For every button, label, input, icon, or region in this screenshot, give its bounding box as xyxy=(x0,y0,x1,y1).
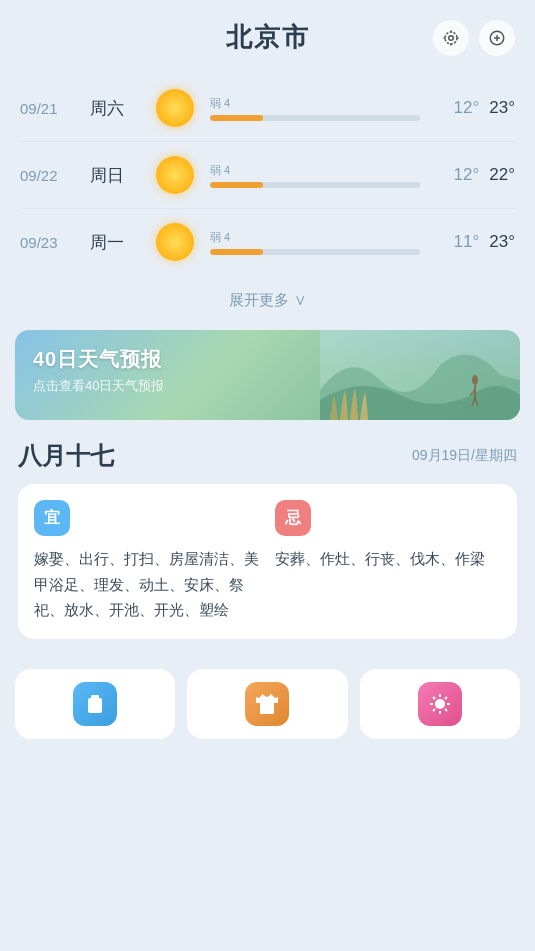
wind-label: 弱 4 xyxy=(210,230,420,245)
solar-date: 09月19日/星期四 xyxy=(412,447,517,465)
wind-label: 弱 4 xyxy=(210,163,420,178)
weather-wind: 弱 4 xyxy=(200,230,430,255)
svg-point-1 xyxy=(445,32,457,44)
yi-badge: 宜 xyxy=(34,500,70,536)
ji-column: 忌 安葬、作灶、行丧、伐木、作梁 xyxy=(275,500,501,623)
yiji-card: 宜 嫁娶、出行、打扫、房屋清洁、美甲浴足、理发、动土、安床、祭祀、放水、开池、开… xyxy=(18,484,517,639)
ji-content: 安葬、作灶、行丧、伐木、作梁 xyxy=(275,546,501,572)
banner-subtitle: 点击查看40日天气预报 xyxy=(33,377,164,395)
wind-bar-fill xyxy=(210,182,263,188)
city-title: 北京市 xyxy=(226,20,310,55)
add-icon-button[interactable] xyxy=(479,20,515,56)
svg-line-26 xyxy=(445,697,447,699)
weather-day: 周六 xyxy=(90,97,150,120)
temp-low: 12° xyxy=(454,165,480,185)
banner-text: 40日天气预报 点击查看40日天气预报 xyxy=(33,346,164,395)
forecast-banner[interactable]: 40日天气预报 点击查看40日天气预报 xyxy=(15,330,520,420)
header: 北京市 xyxy=(0,0,535,65)
uv-icon xyxy=(418,682,462,726)
sun-icon xyxy=(156,156,194,194)
wind-label: 弱 4 xyxy=(210,96,420,111)
ji-badge: 忌 xyxy=(275,500,311,536)
wind-bar-fill xyxy=(210,249,263,255)
temp-low: 12° xyxy=(454,98,480,118)
sun-icon xyxy=(156,223,194,261)
expand-more-label: 展开更多 ∨ xyxy=(229,291,305,308)
temp-low: 11° xyxy=(454,232,480,252)
weather-row: 09/22 周日 弱 4 12° 22° xyxy=(20,142,515,209)
weather-temps: 12° 23° xyxy=(430,98,515,118)
calendar-header: 八月十七 09月19日/星期四 xyxy=(18,440,517,472)
wind-bar-bg xyxy=(210,249,420,255)
sun-icon xyxy=(156,89,194,127)
weather-date: 09/22 xyxy=(20,167,90,184)
bottom-icons-section xyxy=(0,669,535,759)
banner-title: 40日天气预报 xyxy=(33,346,164,373)
bottom-icon-card-uv[interactable] xyxy=(360,669,520,739)
expand-more-button[interactable]: 展开更多 ∨ xyxy=(0,275,535,330)
svg-line-25 xyxy=(445,709,447,711)
wind-bar-bg xyxy=(210,182,420,188)
yi-column: 宜 嫁娶、出行、打扫、房屋清洁、美甲浴足、理发、动土、安床、祭祀、放水、开池、开… xyxy=(34,500,260,623)
calendar-section: 八月十七 09月19日/星期四 宜 嫁娶、出行、打扫、房屋清洁、美甲浴足、理发、… xyxy=(0,440,535,669)
svg-point-19 xyxy=(435,699,445,709)
weather-date: 09/21 xyxy=(20,100,90,117)
wind-bar-bg xyxy=(210,115,420,121)
bottom-icon-card-medicine[interactable] xyxy=(15,669,175,739)
banner-illustration xyxy=(320,330,520,420)
weather-wind: 弱 4 xyxy=(200,96,430,121)
weather-icon xyxy=(150,156,200,194)
weather-date: 09/23 xyxy=(20,234,90,251)
temp-high: 22° xyxy=(489,165,515,185)
medicine-icon xyxy=(73,682,117,726)
wind-bar-fill xyxy=(210,115,263,121)
weather-day: 周一 xyxy=(90,231,150,254)
clothing-icon xyxy=(245,682,289,726)
weather-row: 09/21 周六 弱 4 12° 23° xyxy=(20,75,515,142)
bottom-icon-card-clothing[interactable] xyxy=(187,669,347,739)
svg-point-0 xyxy=(449,35,454,40)
weather-section: 09/21 周六 弱 4 12° 23° 09/22 周日 弱 4 xyxy=(0,65,535,275)
svg-line-27 xyxy=(433,709,435,711)
weather-icon xyxy=(150,223,200,261)
yi-content: 嫁娶、出行、打扫、房屋清洁、美甲浴足、理发、动土、安床、祭祀、放水、开池、开光、… xyxy=(34,546,260,623)
lunar-date: 八月十七 xyxy=(18,440,114,472)
weather-wind: 弱 4 xyxy=(200,163,430,188)
location-icon-button[interactable] xyxy=(433,20,469,56)
weather-temps: 11° 23° xyxy=(430,232,515,252)
weather-row: 09/23 周一 弱 4 11° 23° xyxy=(20,209,515,275)
header-actions xyxy=(433,20,515,56)
weather-icon xyxy=(150,89,200,127)
weather-day: 周日 xyxy=(90,164,150,187)
svg-line-24 xyxy=(433,697,435,699)
weather-temps: 12° 22° xyxy=(430,165,515,185)
temp-high: 23° xyxy=(489,232,515,252)
svg-point-10 xyxy=(472,375,478,385)
temp-high: 23° xyxy=(489,98,515,118)
